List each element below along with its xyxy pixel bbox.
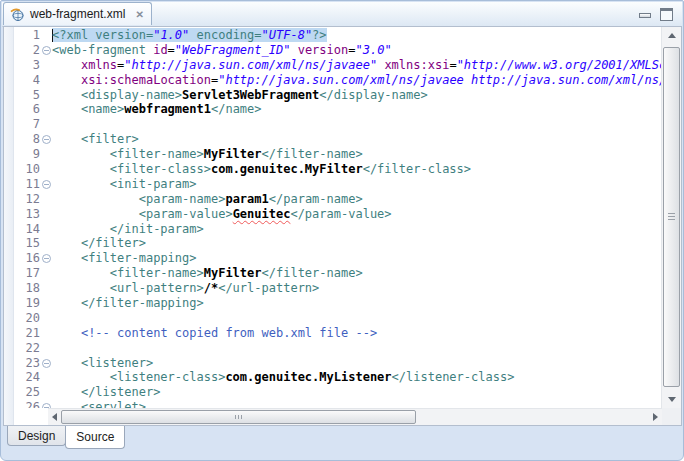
syntax-segment: Servlet3WebFragment — [182, 88, 319, 102]
code-line[interactable]: 6 <name>webfragment1</name> — [14, 102, 662, 117]
syntax-segment: "1.0" — [153, 28, 189, 42]
code-line[interactable]: 4 xsi:schemaLocation="http://java.sun.co… — [14, 73, 662, 88]
syntax-segment: </filter-name> — [262, 147, 363, 161]
code-text: xmlns="http://java.sun.com/xml/ns/javaee… — [52, 58, 662, 73]
code-text: <param-name>param1</param-name> — [52, 192, 662, 207]
tab-source[interactable]: Source — [65, 426, 125, 449]
vertical-scrollbar[interactable] — [661, 27, 681, 408]
code-text: </listener> — [52, 385, 662, 400]
code-line[interactable]: 14 </init-param> — [14, 222, 662, 237]
editor-tab-web-fragment[interactable]: web-fragment.xml ✕ — [3, 2, 152, 25]
fold-column — [40, 385, 52, 400]
code-line[interactable]: 10 <filter-class>com.genuitec.MyFilter</… — [14, 162, 662, 177]
line-number: 24 — [14, 370, 40, 385]
scroll-up-arrow-icon[interactable] — [662, 27, 681, 44]
code-line[interactable]: 9 <filter-name>MyFilter</filter-name> — [14, 147, 662, 162]
fold-toggle-icon[interactable] — [42, 180, 51, 189]
code-text — [52, 311, 662, 326]
code-text: <web-fragment id="WebFragment_ID" versio… — [52, 43, 662, 58]
syntax-segment: </url-pattern> — [218, 281, 319, 295]
tab-design[interactable]: Design — [7, 426, 66, 446]
code-line[interactable]: 16 <filter-mapping> — [14, 251, 662, 266]
maximize-view-icon[interactable] — [660, 8, 673, 21]
code-line[interactable]: 8 <filter> — [14, 132, 662, 147]
line-number: 17 — [14, 266, 40, 281]
code-line[interactable]: 12 <param-name>param1</param-name> — [14, 192, 662, 207]
syntax-segment: "UTF-8" — [262, 28, 313, 42]
syntax-segment: xsi:schemaLocation — [81, 73, 211, 87]
syntax-segment: </filter-class> — [363, 162, 471, 176]
horizontal-scrollbar-thumb[interactable] — [61, 410, 416, 424]
code-line[interactable]: 13 <param-value>Genuitec</param-value> — [14, 207, 662, 222]
fold-toggle-icon[interactable] — [42, 135, 51, 144]
close-tab-icon[interactable]: ✕ — [135, 9, 143, 20]
code-lines[interactable]: 1<?xml version="1.0" encoding="UTF-8"?>2… — [14, 28, 662, 408]
syntax-segment: <init-param> — [110, 177, 197, 191]
fold-column — [40, 251, 52, 266]
syntax-segment: <filter-class> — [110, 162, 211, 176]
code-text: <filter-mapping> — [52, 251, 662, 266]
line-number: 14 — [14, 222, 40, 237]
minimize-view-icon[interactable] — [639, 13, 651, 18]
code-line[interactable]: 5 <display-name>Servlet3WebFragment</dis… — [14, 88, 662, 103]
syntax-segment — [52, 88, 81, 102]
syntax-segment: </name> — [211, 102, 262, 116]
code-line[interactable]: 24 <listener-class>com.genuitec.MyListen… — [14, 370, 662, 385]
scroll-right-arrow-icon[interactable] — [649, 409, 662, 425]
scroll-down-arrow-icon[interactable] — [662, 391, 681, 408]
line-number: 15 — [14, 236, 40, 251]
syntax-segment: "WebFragment_ID" — [175, 43, 291, 57]
syntax-segment: </filter-name> — [262, 266, 363, 280]
code-line[interactable]: 20 — [14, 311, 662, 326]
code-line[interactable]: 25 </listener> — [14, 385, 662, 400]
fold-toggle-icon[interactable] — [42, 359, 51, 368]
code-text: <?xml version="1.0" encoding="UTF-8"?> — [52, 28, 662, 43]
syntax-segment: "http://www.w3.org/2001/XMLSchema-instan… — [457, 58, 662, 72]
scroll-left-arrow-icon[interactable] — [48, 409, 61, 425]
syntax-segment: <filter-name> — [110, 147, 204, 161]
code-line[interactable]: 1<?xml version="1.0" encoding="UTF-8"?> — [14, 28, 662, 43]
horizontal-scrollbar[interactable] — [48, 408, 662, 425]
code-line[interactable]: 23 <listener> — [14, 356, 662, 371]
syntax-segment: version — [298, 43, 349, 57]
code-line[interactable]: 15 </filter> — [14, 236, 662, 251]
vertical-scrollbar-thumb[interactable] — [663, 47, 680, 387]
code-line[interactable]: 3 xmlns="http://java.sun.com/xml/ns/java… — [14, 58, 662, 73]
fold-column — [40, 28, 52, 43]
code-text: <listener-class>com.genuitec.MyListener<… — [52, 370, 662, 385]
line-number: 20 — [14, 311, 40, 326]
code-line[interactable]: 18 <url-pattern>/*</url-pattern> — [14, 281, 662, 296]
fold-column — [40, 356, 52, 371]
fold-column — [40, 102, 52, 117]
fold-column — [40, 147, 52, 162]
fold-column — [40, 117, 52, 132]
code-line[interactable]: 7 — [14, 117, 662, 132]
syntax-segment: </filter> — [81, 236, 146, 250]
line-number: 26 — [14, 400, 40, 408]
fold-toggle-icon[interactable] — [42, 46, 51, 55]
syntax-segment — [52, 296, 81, 310]
fold-toggle-icon[interactable] — [42, 254, 51, 263]
code-line[interactable]: 22 — [14, 341, 662, 356]
fold-column — [40, 73, 52, 88]
fold-column — [40, 177, 52, 192]
fold-column — [40, 207, 52, 222]
fold-column — [40, 281, 52, 296]
line-number: 19 — [14, 296, 40, 311]
code-line[interactable]: 11 <init-param> — [14, 177, 662, 192]
code-line[interactable]: 2<web-fragment id="WebFragment_ID" versi… — [14, 43, 662, 58]
code-line[interactable]: 21 <!-- content copied from web.xml file… — [14, 326, 662, 341]
line-number: 12 — [14, 192, 40, 207]
code-text — [52, 117, 662, 132]
code-text: <servlet> — [52, 400, 662, 408]
syntax-segment — [52, 73, 81, 87]
code-line[interactable]: 19 </filter-mapping> — [14, 296, 662, 311]
selected-text: <?xml version="1.0" encoding="UTF-8"?> — [52, 28, 327, 42]
code-line[interactable]: 26 <servlet> — [14, 400, 662, 408]
syntax-segment — [52, 281, 110, 295]
syntax-segment — [52, 102, 81, 116]
code-line[interactable]: 17 <filter-name>MyFilter</filter-name> — [14, 266, 662, 281]
syntax-segment: MyFilter — [204, 147, 262, 161]
fold-column — [40, 326, 52, 341]
syntax-segment — [52, 177, 110, 191]
